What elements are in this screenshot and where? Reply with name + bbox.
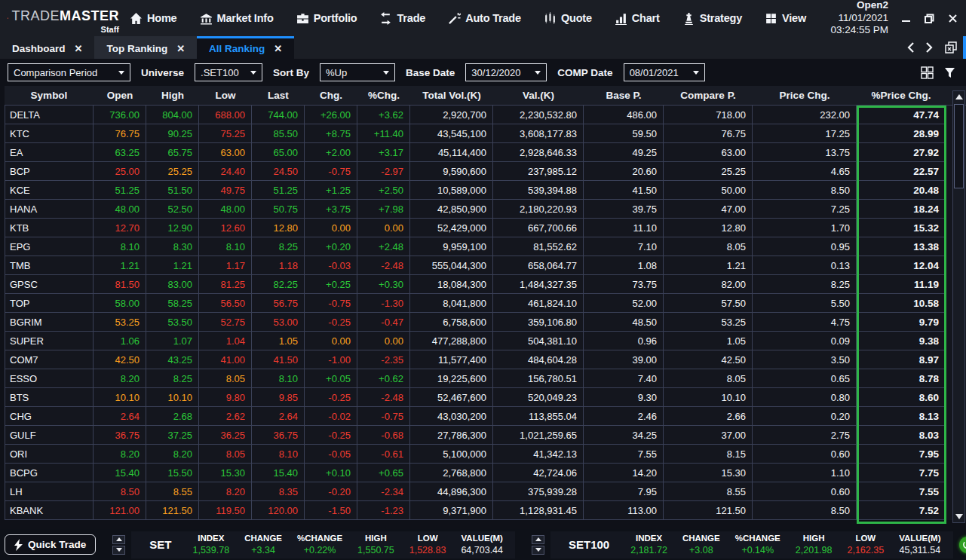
spinner-down-button[interactable] [112,546,125,555]
cell-compare-p: 25.25 [664,162,753,181]
trade-arrows-icon [379,12,392,25]
brand-logo: TRADEMASTER Staff [0,2,119,34]
cell-total-vol: 8,041,800 [410,294,493,313]
table-row-kce[interactable]: KCE51.2551.5049.7551.25+1.25+2.5010,589,… [5,181,966,200]
column-header-pct-price-chg[interactable]: %Price Chg. [857,86,946,105]
nav-trade[interactable]: Trade [379,12,425,25]
cell-symbol: BCP [5,162,94,181]
comparison-period-select[interactable]: Comparison Period [8,63,130,81]
column-header-pct-chg[interactable]: %Chg. [357,86,410,105]
cell-price-chg: 0.20 [753,407,857,426]
cell-low: 688.00 [199,106,252,124]
tab-close-icon[interactable]: ✕ [274,43,282,54]
table-row-lh[interactable]: LH8.508.558.208.35-0.20-2.3444,896,30037… [5,482,966,501]
cell-open: 8.50 [94,482,146,501]
nav-auto-trade[interactable]: Auto Trade [448,12,521,25]
cell-chg: -0.25 [305,313,357,332]
cell-pct-chg: +7.98 [357,200,410,219]
close-button[interactable] [947,13,958,24]
cell-last: 8.35 [252,482,305,501]
column-header-low[interactable]: Low [199,86,252,105]
nav-quote[interactable]: Quote [544,12,592,25]
table-row-ktc[interactable]: KTC76.7590.2575.2585.50+8.75+11.4043,545… [5,124,966,143]
table-row-chg[interactable]: CHG2.642.682.622.64-0.02-0.7543,030,2001… [5,407,966,426]
table-row-bcp[interactable]: BCP25.0025.2524.4024.50-0.75-2.979,590,6… [5,162,966,181]
cell-pct-price-chg: 15.32 [857,219,946,237]
table-row-tmb[interactable]: TMB1.211.211.171.18-0.03-2.48555,044,300… [5,256,966,275]
nav-portfolio[interactable]: Portfolio [296,12,357,25]
column-header-compare-p[interactable]: Compare P. [664,86,753,105]
nav-strategy[interactable]: Strategy [682,12,742,25]
chevron-left-icon[interactable] [907,42,914,53]
nav-home[interactable]: Home [130,12,177,25]
cell-pct-chg: -2.35 [357,350,410,369]
tab-dashboard[interactable]: Dashboard ✕ [0,36,94,59]
column-header-last[interactable]: Last [252,86,305,105]
cell-total-vol: 43,545,100 [410,124,493,143]
table-row-ea[interactable]: EA63.2565.7563.0065.00+2.00+3.1745,114,4… [5,143,966,162]
nav-view[interactable]: View [765,12,806,25]
compdate-select[interactable]: 08/01/2021 [624,63,705,81]
tab-all-ranking[interactable]: All Ranking ✕ [197,36,294,59]
basedate-select[interactable]: 30/12/2020 [465,63,547,81]
cell-last: 8.10 [252,445,305,464]
spinner-down-button[interactable] [532,546,544,555]
column-settings-icon[interactable] [921,66,934,79]
table-row-gulf[interactable]: GULF36.7537.2536.2536.75-0.25-0.6827,786… [5,426,966,445]
column-header-symbol[interactable]: Symbol [5,86,94,105]
table-row-kbank[interactable]: KBANK121.00121.50119.50120.00-1.50-1.239… [5,501,966,520]
power-on-icon[interactable] [959,537,966,553]
table-row-bts[interactable]: BTS10.1010.109.809.85-0.25-2.4852,467,60… [5,388,966,407]
window-stack-icon[interactable] [945,41,957,54]
spinner-up-button[interactable] [532,535,544,544]
cell-last: 12.80 [252,219,305,237]
cell-high: 43.25 [146,350,199,369]
scrollbar-track[interactable] [953,103,964,511]
scrollbar-thumb[interactable] [954,104,964,188]
nav-strategy-label: Strategy [700,12,742,24]
column-header-base-p[interactable]: Base P. [584,86,664,105]
nav-chart[interactable]: Chart [615,12,660,25]
spinner-up-button[interactable] [112,535,125,544]
cell-compare-p: 8.55 [664,482,753,501]
cell-compare-p: 12.80 [664,219,753,237]
column-header-high[interactable]: High [146,86,199,105]
vertical-scrollbar[interactable] [952,90,965,523]
scroll-down-button[interactable] [953,511,964,522]
restore-button[interactable] [924,13,935,24]
filter-icon[interactable] [944,67,955,78]
table-row-epg[interactable]: EPG8.108.308.108.25+0.20+2.489,959,10081… [5,237,966,256]
table-row-delta[interactable]: DELTA736.00804.00688.00744.00+26.00+3.62… [5,106,966,124]
table-row-super[interactable]: SUPER1.061.071.041.050.000.00477,288,800… [5,332,966,350]
table-row-hana[interactable]: HANA48.0052.5048.0050.75+3.75+7.9842,850… [5,200,966,219]
table-row-com7[interactable]: COM742.5043.2541.0041.50-1.00-2.3511,577… [5,350,966,369]
tab-top-ranking[interactable]: Top Ranking ✕ [94,36,197,59]
cell-total-vol: 27,786,300 [410,426,493,445]
table-row-esso[interactable]: ESSO8.208.258.058.10+0.05+0.6219,225,600… [5,369,966,388]
table-row-top[interactable]: TOP58.0058.2556.5056.75-0.75-1.308,041,8… [5,294,966,313]
minimize-button[interactable] [900,13,912,24]
sortby-select[interactable]: %Up [320,63,395,81]
nav-home-label: Home [147,12,177,24]
column-header-price-chg[interactable]: Price Chg. [753,86,857,105]
column-header-total-vol[interactable]: Total Vol.(K) [410,86,493,105]
table-row-bcpg[interactable]: BCPG15.4015.5015.3015.40+0.10+0.652,768,… [5,464,966,482]
column-header-open[interactable]: Open [94,86,146,105]
column-header-val[interactable]: Val.(K) [493,86,584,105]
table-row-ktb[interactable]: KTB12.7012.9012.6012.800.000.0052,429,00… [5,219,966,237]
cell-total-vol: 11,577,400 [410,350,493,369]
nav-market-info[interactable]: Market Info [200,12,274,25]
cell-symbol: EPG [5,237,94,256]
universe-select[interactable]: .SET100 [195,63,262,81]
cell-pct-chg: +11.40 [357,124,410,143]
scroll-up-button[interactable] [953,91,964,103]
column-header-chg[interactable]: Chg. [305,86,357,105]
chevron-right-icon[interactable] [926,42,933,53]
quick-trade-button[interactable]: Quick Trade [5,534,96,555]
table-row-bgrim[interactable]: BGRIM53.2553.5052.7553.00-0.25-0.476,758… [5,313,966,332]
table-row-ori[interactable]: ORI8.208.208.058.10-0.05-0.615,100,00041… [5,445,966,464]
cell-base-p: 11.10 [584,219,664,237]
tab-close-icon[interactable]: ✕ [75,43,83,54]
table-row-gpsc[interactable]: GPSC81.5083.0081.2582.25+0.25+0.3018,084… [5,275,966,294]
tab-close-icon[interactable]: ✕ [176,43,185,54]
